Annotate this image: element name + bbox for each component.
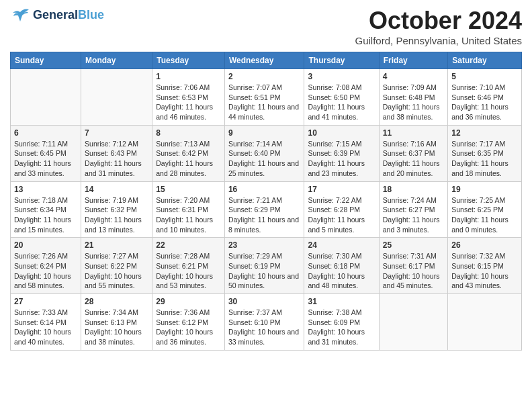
- day-info: Sunrise: 7:09 AMSunset: 6:48 PMDaylight:…: [383, 83, 444, 122]
- day-info: Sunrise: 7:12 AMSunset: 6:43 PMDaylight:…: [85, 139, 148, 179]
- calendar-cell: 18Sunrise: 7:24 AMSunset: 6:27 PMDayligh…: [379, 181, 447, 238]
- day-number: 22: [156, 240, 221, 250]
- day-number: 26: [451, 240, 518, 250]
- day-of-week-header: Friday: [379, 52, 447, 69]
- day-info: Sunrise: 7:31 AMSunset: 6:17 PMDaylight:…: [383, 251, 444, 291]
- calendar-cell: [448, 294, 522, 351]
- location-title: Guilford, Pennsylvania, United States: [355, 35, 522, 46]
- day-number: 4: [383, 72, 444, 81]
- day-of-week-header: Wednesday: [224, 52, 304, 69]
- calendar-cell: [11, 69, 81, 126]
- calendar-cell: 27Sunrise: 7:33 AMSunset: 6:14 PMDayligh…: [11, 294, 81, 351]
- day-info: Sunrise: 7:08 AMSunset: 6:50 PMDaylight:…: [308, 83, 375, 122]
- calendar-cell: 31Sunrise: 7:38 AMSunset: 6:09 PMDayligh…: [304, 294, 379, 351]
- day-of-week-header: Tuesday: [152, 52, 225, 69]
- calendar-cell: 7Sunrise: 7:12 AMSunset: 6:43 PMDaylight…: [81, 125, 152, 181]
- day-number: 16: [228, 185, 301, 194]
- day-number: 2: [228, 72, 301, 81]
- calendar-table: SundayMondayTuesdayWednesdayThursdayFrid…: [10, 52, 522, 351]
- day-info: Sunrise: 7:32 AMSunset: 6:15 PMDaylight:…: [451, 251, 518, 291]
- day-number: 23: [228, 240, 301, 250]
- calendar-cell: 19Sunrise: 7:25 AMSunset: 6:25 PMDayligh…: [448, 181, 522, 238]
- day-info: Sunrise: 7:10 AMSunset: 6:46 PMDaylight:…: [451, 83, 518, 122]
- calendar-cell: 1Sunrise: 7:06 AMSunset: 6:53 PMDaylight…: [152, 69, 225, 126]
- calendar-cell: 25Sunrise: 7:31 AMSunset: 6:17 PMDayligh…: [379, 238, 447, 294]
- day-number: 8: [156, 128, 221, 138]
- day-info: Sunrise: 7:07 AMSunset: 6:51 PMDaylight:…: [228, 83, 301, 122]
- day-number: 7: [85, 128, 148, 138]
- day-number: 21: [85, 240, 148, 250]
- calendar-week-row: 27Sunrise: 7:33 AMSunset: 6:14 PMDayligh…: [11, 294, 522, 351]
- day-info: Sunrise: 7:25 AMSunset: 6:25 PMDaylight:…: [451, 195, 518, 235]
- day-info: Sunrise: 7:34 AMSunset: 6:13 PMDaylight:…: [85, 308, 148, 347]
- day-number: 11: [383, 128, 444, 138]
- day-info: Sunrise: 7:11 AMSunset: 6:45 PMDaylight:…: [14, 139, 77, 179]
- calendar-cell: 8Sunrise: 7:13 AMSunset: 6:42 PMDaylight…: [152, 125, 225, 181]
- day-number: 13: [14, 185, 77, 194]
- day-number: 19: [451, 185, 518, 194]
- calendar-cell: 2Sunrise: 7:07 AMSunset: 6:51 PMDaylight…: [224, 69, 304, 126]
- day-info: Sunrise: 7:06 AMSunset: 6:53 PMDaylight:…: [156, 83, 221, 122]
- calendar-cell: 21Sunrise: 7:27 AMSunset: 6:22 PMDayligh…: [81, 238, 152, 294]
- day-number: 9: [228, 128, 301, 138]
- calendar-cell: 17Sunrise: 7:22 AMSunset: 6:28 PMDayligh…: [304, 181, 379, 238]
- day-info: Sunrise: 7:24 AMSunset: 6:27 PMDaylight:…: [383, 195, 444, 235]
- day-info: Sunrise: 7:18 AMSunset: 6:34 PMDaylight:…: [14, 195, 77, 235]
- day-info: Sunrise: 7:28 AMSunset: 6:21 PMDaylight:…: [156, 251, 221, 291]
- day-info: Sunrise: 7:17 AMSunset: 6:35 PMDaylight:…: [451, 139, 518, 179]
- calendar-cell: [81, 69, 152, 126]
- day-info: Sunrise: 7:19 AMSunset: 6:32 PMDaylight:…: [85, 195, 148, 235]
- day-number: 14: [85, 185, 148, 194]
- day-info: Sunrise: 7:15 AMSunset: 6:39 PMDaylight:…: [308, 139, 375, 179]
- day-of-week-header: Thursday: [304, 52, 379, 69]
- calendar-cell: 12Sunrise: 7:17 AMSunset: 6:35 PMDayligh…: [448, 125, 522, 181]
- day-number: 29: [156, 297, 221, 306]
- calendar-cell: 9Sunrise: 7:14 AMSunset: 6:40 PMDaylight…: [224, 125, 304, 181]
- day-number: 30: [228, 297, 301, 306]
- title-block: October 2024 Guilford, Pennsylvania, Uni…: [355, 7, 522, 46]
- page-header: GeneralBlue October 2024 Guilford, Penns…: [10, 7, 522, 46]
- calendar-cell: [379, 294, 447, 351]
- calendar-cell: 5Sunrise: 7:10 AMSunset: 6:46 PMDaylight…: [448, 69, 522, 126]
- day-info: Sunrise: 7:37 AMSunset: 6:10 PMDaylight:…: [228, 308, 301, 347]
- day-info: Sunrise: 7:13 AMSunset: 6:42 PMDaylight:…: [156, 139, 221, 179]
- calendar-week-row: 20Sunrise: 7:26 AMSunset: 6:24 PMDayligh…: [11, 238, 522, 294]
- calendar-cell: 29Sunrise: 7:36 AMSunset: 6:12 PMDayligh…: [152, 294, 225, 351]
- day-info: Sunrise: 7:29 AMSunset: 6:19 PMDaylight:…: [228, 251, 301, 291]
- logo-text: GeneralBlue: [33, 9, 104, 22]
- day-info: Sunrise: 7:38 AMSunset: 6:09 PMDaylight:…: [308, 308, 375, 347]
- day-number: 3: [308, 72, 375, 81]
- day-number: 5: [451, 72, 518, 81]
- day-number: 31: [308, 297, 375, 306]
- day-number: 17: [308, 185, 375, 194]
- calendar-week-row: 1Sunrise: 7:06 AMSunset: 6:53 PMDaylight…: [11, 69, 522, 126]
- day-number: 18: [383, 185, 444, 194]
- logo: GeneralBlue: [10, 7, 104, 24]
- day-info: Sunrise: 7:20 AMSunset: 6:31 PMDaylight:…: [156, 195, 221, 235]
- calendar-cell: 26Sunrise: 7:32 AMSunset: 6:15 PMDayligh…: [448, 238, 522, 294]
- calendar-week-row: 6Sunrise: 7:11 AMSunset: 6:45 PMDaylight…: [11, 125, 522, 181]
- day-info: Sunrise: 7:26 AMSunset: 6:24 PMDaylight:…: [14, 251, 77, 291]
- calendar-cell: 23Sunrise: 7:29 AMSunset: 6:19 PMDayligh…: [224, 238, 304, 294]
- day-info: Sunrise: 7:27 AMSunset: 6:22 PMDaylight:…: [85, 251, 148, 291]
- day-number: 15: [156, 185, 221, 194]
- calendar-cell: 3Sunrise: 7:08 AMSunset: 6:50 PMDaylight…: [304, 69, 379, 126]
- day-number: 24: [308, 240, 375, 250]
- calendar-cell: 4Sunrise: 7:09 AMSunset: 6:48 PMDaylight…: [379, 69, 447, 126]
- day-info: Sunrise: 7:21 AMSunset: 6:29 PMDaylight:…: [228, 195, 301, 235]
- day-info: Sunrise: 7:33 AMSunset: 6:14 PMDaylight:…: [14, 308, 77, 347]
- day-number: 10: [308, 128, 375, 138]
- calendar-header-row: SundayMondayTuesdayWednesdayThursdayFrid…: [11, 52, 522, 69]
- calendar-week-row: 13Sunrise: 7:18 AMSunset: 6:34 PMDayligh…: [11, 181, 522, 238]
- calendar-cell: 24Sunrise: 7:30 AMSunset: 6:18 PMDayligh…: [304, 238, 379, 294]
- calendar-cell: 22Sunrise: 7:28 AMSunset: 6:21 PMDayligh…: [152, 238, 225, 294]
- calendar-cell: 15Sunrise: 7:20 AMSunset: 6:31 PMDayligh…: [152, 181, 225, 238]
- day-info: Sunrise: 7:22 AMSunset: 6:28 PMDaylight:…: [308, 195, 375, 235]
- calendar-cell: 20Sunrise: 7:26 AMSunset: 6:24 PMDayligh…: [11, 238, 81, 294]
- day-of-week-header: Monday: [81, 52, 152, 69]
- month-title: October 2024: [355, 7, 522, 35]
- day-info: Sunrise: 7:14 AMSunset: 6:40 PMDaylight:…: [228, 139, 301, 179]
- day-info: Sunrise: 7:36 AMSunset: 6:12 PMDaylight:…: [156, 308, 221, 347]
- day-number: 28: [85, 297, 148, 306]
- calendar-cell: 10Sunrise: 7:15 AMSunset: 6:39 PMDayligh…: [304, 125, 379, 181]
